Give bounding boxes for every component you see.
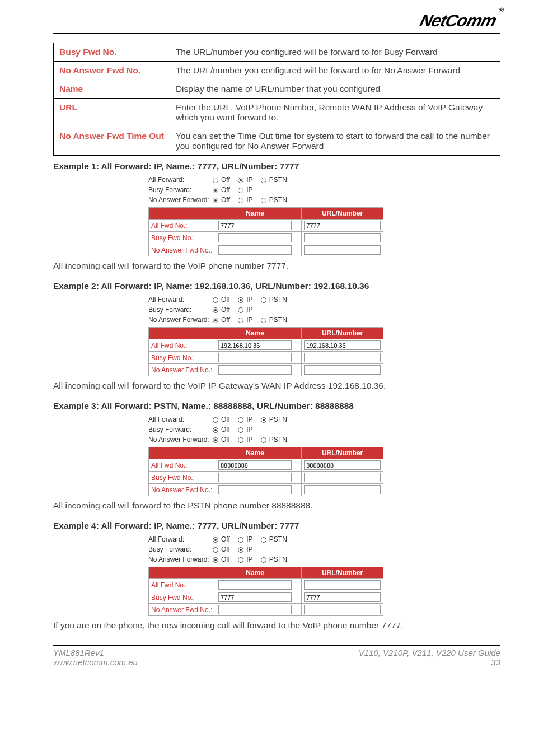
radio-pstn[interactable] [261,417,266,423]
noans-fwd-name-input[interactable] [218,605,292,614]
definitions-table: Busy Fwd No.The URL/number you configure… [53,43,500,156]
guide-title: V110, V210P, V211, V220 User Guide [359,648,500,657]
definition-key: No Answer Fwd No. [54,62,170,80]
busy-fwd-name-input[interactable] [218,353,292,362]
forward-mode-form: All Forward: Off IP PSTNBusy Forward: Of… [148,534,295,564]
busy-fwd-url-input[interactable] [304,592,381,602]
noans-fwd-url-input[interactable] [304,485,381,494]
forward-number-table: NameURL/Number All Fwd No.: Busy Fwd No.… [148,447,383,496]
all-fwd-name-input[interactable] [218,580,292,590]
radio-ip[interactable] [238,318,243,323]
page-footer: YML881Rev1 www.netcomm.com.au V110, V210… [53,645,500,667]
radio-pstn[interactable] [261,537,266,543]
radio-ip[interactable] [238,437,243,443]
radio-off[interactable] [213,427,218,433]
definition-desc: The URL/number you configured will be fo… [170,62,500,80]
radio-ip[interactable] [238,297,243,303]
radio-ip[interactable] [238,547,243,553]
radio-off[interactable] [213,198,218,203]
busy-fwd-name-input[interactable] [218,233,292,242]
definition-desc: The URL/number you configured will be fo… [170,43,500,62]
radio-off[interactable] [213,557,218,563]
radio-off[interactable] [213,547,218,553]
example-description: All incoming call will forward to the Vo… [53,261,500,271]
radio-pstn[interactable] [261,297,266,303]
radio-ip[interactable] [238,537,243,543]
radio-ip[interactable] [238,307,243,313]
radio-off[interactable] [213,417,218,423]
all-fwd-name-input[interactable] [218,221,292,230]
forward-mode-form: All Forward: Off IP PSTNBusy Forward: Of… [148,175,295,205]
definition-key: Busy Fwd No. [54,43,170,62]
example-description: All incoming call will forward to the PS… [53,501,500,511]
busy-fwd-url-input[interactable] [304,353,381,362]
noans-fwd-url-input[interactable] [304,245,381,255]
example-description: If you are on the phone, the new incomin… [53,620,500,631]
noans-fwd-name-input[interactable] [218,485,292,494]
radio-off[interactable] [213,178,218,183]
noans-fwd-url-input[interactable] [304,365,381,375]
definition-desc: You can set the Time Out time for system… [170,127,500,156]
radio-pstn[interactable] [261,557,266,563]
all-fwd-name-input[interactable] [218,340,292,350]
radio-ip[interactable] [238,178,243,183]
forward-number-table: NameURL/Number All Fwd No.: Busy Fwd No.… [148,327,383,376]
example-title: Example 1: All Forward: IP, Name.: 7777,… [53,161,500,171]
page-number: 33 [359,657,500,667]
example-title: Example 2: All Forward: IP, Name: 192.16… [53,281,500,291]
doc-ref: YML881Rev1 [53,648,138,657]
all-fwd-url-input[interactable] [304,340,381,350]
brand-logo: NetComm® [418,11,503,30]
example-title: Example 3: All Forward: PSTN, Name.: 888… [53,401,500,411]
definition-key: No Answer Fwd Time Out [54,127,170,156]
example-title: Example 4: All Forward: IP, Name.: 7777,… [53,521,500,531]
radio-ip[interactable] [238,188,243,193]
all-fwd-name-input[interactable] [218,460,292,470]
definition-key: Name [54,80,170,99]
radio-pstn[interactable] [261,318,266,323]
all-fwd-url-input[interactable] [304,580,381,590]
busy-fwd-url-input[interactable] [304,473,381,482]
definition-desc: Display the name of URL/number that you … [170,80,500,99]
forward-mode-form: All Forward: Off IP PSTNBusy Forward: Of… [148,414,295,445]
radio-pstn[interactable] [261,437,266,443]
radio-off[interactable] [213,318,218,323]
forward-number-table: NameURL/Number All Fwd No.: Busy Fwd No.… [148,567,383,616]
example-description: All incoming call will forward to the Vo… [53,381,500,391]
radio-pstn[interactable] [261,198,266,203]
radio-off[interactable] [213,297,218,303]
radio-off[interactable] [213,537,218,543]
company-url: www.netcomm.com.au [53,657,138,667]
busy-fwd-name-input[interactable] [218,592,292,602]
busy-fwd-name-input[interactable] [218,473,292,482]
radio-ip[interactable] [238,557,243,563]
radio-ip[interactable] [238,417,243,423]
noans-fwd-name-input[interactable] [218,245,292,255]
definition-desc: Enter the URL, VoIP Phone Number, Remote… [170,99,500,127]
noans-fwd-url-input[interactable] [304,605,381,614]
all-fwd-url-input[interactable] [304,460,381,470]
all-fwd-url-input[interactable] [304,221,381,230]
definition-key: URL [54,99,170,127]
noans-fwd-name-input[interactable] [218,365,292,375]
forward-number-table: NameURL/Number All Fwd No.: Busy Fwd No.… [148,207,383,256]
radio-pstn[interactable] [261,178,266,183]
radio-off[interactable] [213,188,218,193]
forward-mode-form: All Forward: Off IP PSTNBusy Forward: Of… [148,295,295,325]
radio-off[interactable] [213,437,218,443]
busy-fwd-url-input[interactable] [304,233,381,242]
radio-ip[interactable] [238,198,243,203]
radio-off[interactable] [213,307,218,313]
radio-ip[interactable] [238,427,243,433]
